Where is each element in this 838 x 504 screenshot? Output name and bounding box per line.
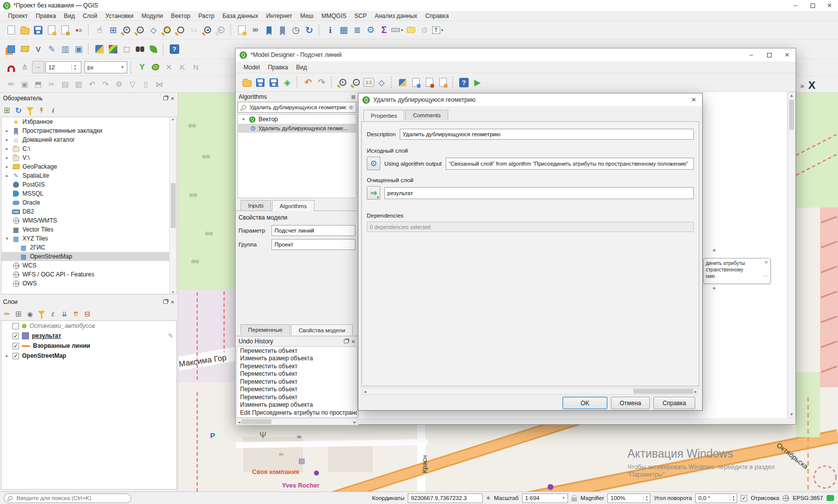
dock-float-icon[interactable] [163, 96, 168, 100]
export-image-button[interactable] [410, 76, 422, 89]
help-button[interactable]: Справка [653, 397, 695, 409]
measure-button[interactable]: ▼ [391, 24, 404, 36]
menu-settings[interactable]: Установки [101, 11, 137, 20]
style-manager-button[interactable] [59, 24, 71, 36]
browser-item-home[interactable]: ▸⌂Домашний каталог [1, 135, 176, 144]
menu-layer[interactable]: Слой [79, 11, 101, 20]
undo-history-hscrollbar[interactable]: ◀ ▶ [237, 418, 357, 425]
locator-search-input[interactable] [4, 494, 131, 503]
snapping-tolerance-spinbox[interactable]: 12 ▲▼ [45, 61, 81, 73]
browser-scrollbar[interactable]: ▲▼ [169, 117, 176, 294]
model-open-button[interactable] [241, 76, 253, 89]
remove-layer-button[interactable]: ⊟ [82, 309, 92, 319]
extents-icon[interactable]: ⌖ [486, 494, 490, 503]
add-selected-layers-button[interactable]: ⊞ [2, 105, 12, 115]
new-spatialite-button[interactable]: ✎ [45, 43, 58, 55]
add-group-button[interactable]: ⊞ [13, 309, 23, 319]
layer-row-openstreetmap[interactable]: ▸✓ OpenStreetMap [1, 351, 176, 361]
layer-checkbox[interactable]: ✓ [12, 333, 19, 339]
menu-mmqgis[interactable]: MMQGIS [317, 11, 350, 20]
new-shapefile-button[interactable]: V [32, 43, 44, 55]
source-type-button[interactable]: ⚙ [367, 157, 380, 170]
menu-scp[interactable]: SCP [350, 11, 371, 20]
layer-checkbox[interactable]: ✓ [12, 343, 19, 349]
model-zoom-full-button[interactable]: ◇ [375, 76, 388, 89]
expand-all-layers-button[interactable]: ⇊ [59, 309, 69, 319]
tab-model-properties[interactable]: Свойства модели [291, 324, 353, 335]
menu-analysis[interactable]: Анализ данных [371, 11, 421, 20]
tracing-button[interactable]: Y [136, 61, 148, 73]
browser-item-postgis[interactable]: PostGIS [1, 180, 176, 189]
toolbar-overflow-icon[interactable]: » [800, 81, 804, 90]
browser-item-favorites[interactable]: ★Избранное [1, 117, 176, 126]
show-bookmarks-button[interactable] [276, 24, 288, 36]
dock-close-icon[interactable]: ⊠ [351, 94, 355, 100]
zoom-to-layer-button[interactable] [161, 24, 173, 36]
model-maximize-button[interactable] [761, 49, 778, 60]
tab-comments[interactable]: Comments [405, 110, 448, 120]
menu-web[interactable]: Интернет [262, 11, 296, 20]
zoom-out-button[interactable]: − [134, 24, 146, 36]
browser-item-db2[interactable]: DB2DB2 [1, 207, 176, 216]
browser-item-c-drive[interactable]: ▸C:\ [1, 144, 176, 153]
dock-close-icon[interactable]: ✕ [171, 299, 175, 305]
browser-item-vector-tiles[interactable]: ▦Vector Tiles [1, 225, 176, 234]
model-menu-view[interactable]: Вид [292, 63, 311, 72]
digitize-with-shape-button[interactable] [149, 61, 162, 73]
undo-item[interactable]: Переместить объект [237, 386, 357, 394]
browser-item-mssql[interactable]: MSSQL [1, 189, 176, 198]
model-canvas-vscrollbar[interactable]: ▲▼ [788, 92, 796, 418]
undo-item[interactable]: Переместить объект [237, 393, 357, 401]
cancel-button[interactable]: Отмена [611, 397, 650, 409]
search-plugin-button[interactable] [134, 43, 146, 55]
pan-map-button[interactable]: ☝ [93, 24, 106, 36]
layer-row-exploded-lines[interactable]: ✓ Взорванные линии [1, 341, 176, 351]
rotation-spinbox[interactable]: 0,0 ° ▲▼ [695, 494, 737, 503]
save-project-button[interactable] [32, 24, 44, 36]
export-pdf-button[interactable] [423, 76, 436, 89]
render-checkbox[interactable]: ✓ [741, 495, 747, 502]
dock-close-icon[interactable]: ✕ [351, 339, 355, 344]
menu-edit[interactable]: Правка [32, 11, 60, 20]
browser-item-spatialite[interactable]: ▸✎SpatiaLite [1, 171, 176, 180]
snapping-toggle-button[interactable] [5, 61, 17, 73]
browser-item-oracle[interactable]: Oracle [1, 198, 176, 207]
undo-item[interactable]: Переместить объект [237, 378, 357, 386]
undo-item[interactable]: Переместить объект [237, 347, 357, 355]
model-name-input[interactable] [272, 225, 355, 236]
edit-algorithm-icon[interactable]: … [763, 271, 768, 278]
dialog-hscrollbar[interactable]: ◀ ▶ [362, 388, 698, 395]
description-input[interactable] [400, 129, 694, 140]
dependencies-field[interactable]: 0 dependencies selected [367, 222, 694, 232]
identify-features-button[interactable]: ℹ [324, 24, 336, 36]
locator-input[interactable] [16, 495, 128, 501]
menu-project[interactable]: Проект [4, 11, 32, 20]
model-help-button[interactable]: ? [458, 76, 470, 89]
new-geopackage-button[interactable] [18, 43, 31, 55]
menu-raster[interactable]: Растр [194, 11, 218, 20]
new-memory-layer-button[interactable]: ▣ [72, 43, 85, 55]
model-menu-edit[interactable]: Правка [264, 63, 292, 72]
dialog-titlebar[interactable]: Q Удалить дублирующуюся геометрию ✕ [358, 93, 702, 106]
x-plugin-icon[interactable]: X [808, 79, 816, 92]
new-spatial-bookmark-button[interactable] [263, 24, 275, 36]
browser-item-wms[interactable]: WMS/WMTS [1, 216, 176, 225]
zoom-to-selection-button[interactable] [174, 24, 187, 36]
lock-scale-icon[interactable] [571, 498, 577, 502]
model-minimize-button[interactable]: – [743, 49, 760, 60]
snapping-units-combo[interactable]: px ▼ [84, 61, 127, 73]
clear-search-icon[interactable]: ⊗ [348, 104, 353, 111]
undo-item[interactable]: Изменить размер объекта [237, 355, 357, 363]
model-zoom-in-button[interactable]: + [336, 76, 349, 89]
export-python-button[interactable] [396, 76, 409, 89]
python-console-button[interactable] [93, 43, 106, 55]
menu-vector[interactable]: Вектор [167, 11, 194, 20]
browser-item-ows[interactable]: OWS [1, 279, 176, 288]
menu-database[interactable]: База данных [219, 11, 262, 20]
messages-icon[interactable] [827, 495, 834, 501]
text-annotation-button[interactable]: T▼ [432, 24, 444, 36]
browser-item-v-drive[interactable]: ▸V:\ [1, 153, 176, 162]
model-export-button[interactable]: ◈ [281, 76, 293, 89]
model-zoom-out-button[interactable]: − [350, 76, 362, 89]
zoom-last-button[interactable]: ◀ [201, 24, 214, 36]
